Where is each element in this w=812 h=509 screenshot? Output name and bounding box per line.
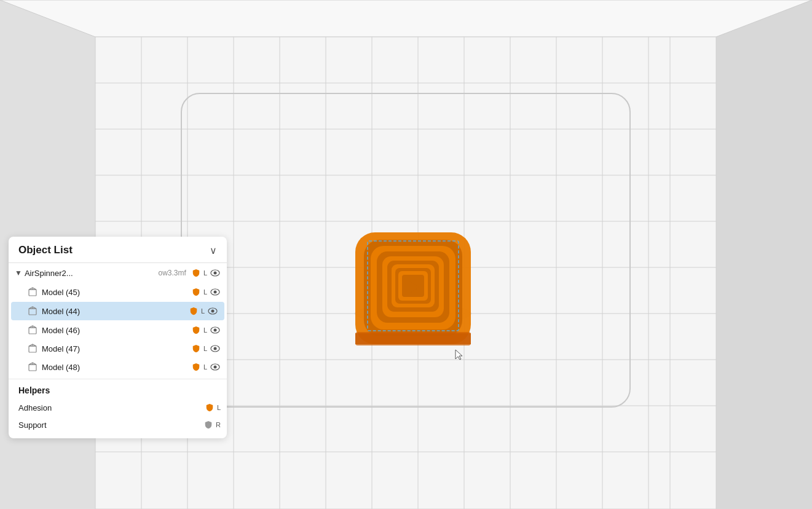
eye-icon-1[interactable] [207,306,218,317]
svg-marker-3 [0,0,812,37]
helper-shield-icon-0 [205,403,215,412]
svg-point-45 [214,272,217,275]
child-items-container: Model (45) L [9,283,227,376]
parent-item-row[interactable]: ▼ AirSpinner2... ow3.3mf L [9,263,227,283]
helper-item-1[interactable]: Support R [9,416,227,433]
badge-l-0: L [203,288,207,296]
helper-items-container: Adhesion L Support R [9,399,227,433]
shield-icon-2 [191,325,201,335]
item-label-3: Model (47) [42,344,191,353]
object-list-panel: Object List ∨ ▼ AirSpinner2... ow3.3mf L [9,237,227,438]
svg-point-70 [214,366,217,369]
svg-rect-51 [29,309,36,315]
badge-l-2: L [203,326,207,334]
eye-icon-4[interactable] [210,361,221,373]
model-icon-1 [27,306,38,317]
child-item-1[interactable]: Model (44) L [11,302,224,320]
collapse-icon[interactable]: ∨ [210,245,217,256]
svg-rect-40 [355,332,471,345]
badges-4: L [191,361,221,373]
expand-arrow[interactable]: ▼ [15,269,22,277]
svg-rect-61 [29,346,36,352]
helper-item-0[interactable]: Adhesion L [9,399,227,416]
svg-rect-66 [29,365,36,371]
badges-1: L [189,306,218,317]
child-item-4[interactable]: Model (48) L [9,358,227,376]
shield-icon-3 [191,344,201,353]
item-label-0: Model (45) [42,288,191,297]
helper-shield-icon-1 [203,420,213,430]
helpers-title: Helpers [18,385,50,395]
helper-badges-0: L [205,403,221,412]
panel-header: Object List ∨ [9,237,227,263]
model-icon-4 [27,361,38,373]
shield-icon-4 [191,362,201,372]
panel-title: Object List [18,244,73,256]
parent-name: AirSpinner2... [25,269,156,278]
helper-badge-0: L [217,404,221,411]
badges-0: L [191,286,221,298]
helper-label-1: Support [18,420,203,430]
svg-rect-56 [29,328,36,334]
svg-point-60 [214,329,217,332]
parent-sub: ow3.3mf [159,269,186,277]
svg-marker-2 [716,0,812,509]
eye-icon-2[interactable] [210,325,221,336]
badges-3: L [191,343,221,354]
helper-label-0: Adhesion [18,403,205,412]
helper-badges-1: R [203,420,221,430]
child-item-2[interactable]: Model (46) L [9,321,227,339]
child-item-3[interactable]: Model (47) L [9,339,227,358]
item-label-1: Model (44) [42,307,189,316]
child-item-0[interactable]: Model (45) L [9,283,227,301]
badge-l-3: L [203,345,207,352]
parent-badges: L [191,267,221,278]
helper-badge-1: R [216,421,221,428]
model-icon-0 [27,286,38,298]
shield-icon-1 [189,306,199,316]
helpers-header: Helpers [9,379,227,399]
parent-badge-l: L [203,269,207,277]
model-icon-2 [27,325,38,336]
badges-2: L [191,325,221,336]
svg-rect-46 [29,290,36,296]
item-label-4: Model (48) [42,363,191,372]
parent-eye-icon[interactable] [210,267,221,278]
svg-point-65 [214,347,217,350]
eye-icon-0[interactable] [210,286,221,298]
svg-point-55 [211,310,215,313]
shield-icon-0 [191,287,201,297]
item-label-2: Model (46) [42,326,191,335]
model-icon-3 [27,343,38,354]
eye-icon-3[interactable] [210,343,221,354]
parent-shield-icon [191,268,201,278]
svg-point-50 [214,291,217,294]
badge-l-1: L [201,307,205,315]
badge-l-4: L [203,363,207,371]
